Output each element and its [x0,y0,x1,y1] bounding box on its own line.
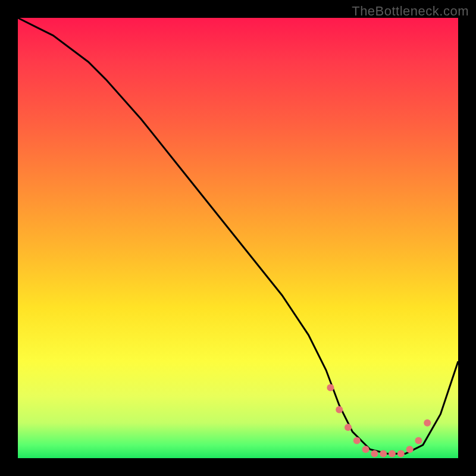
chart-frame: TheBottleneck.com [0,0,476,476]
flat-dot [353,437,361,444]
watermark-text: TheBottleneck.com [352,4,469,19]
flat-dot [336,406,343,414]
plot-area [18,18,458,458]
flat-dot [406,446,414,453]
flat-dot [345,424,352,431]
flat-dot [389,450,396,458]
flat-dot [371,450,378,458]
flat-dot [424,419,431,427]
curve-layer [18,18,458,458]
flat-dot [380,450,387,458]
bottleneck-curve [18,18,458,454]
flat-dot [397,450,405,458]
flat-dot [327,384,334,392]
flat-dot [362,446,369,453]
flat-dot [415,437,422,444]
flat-region-dots [327,384,431,458]
